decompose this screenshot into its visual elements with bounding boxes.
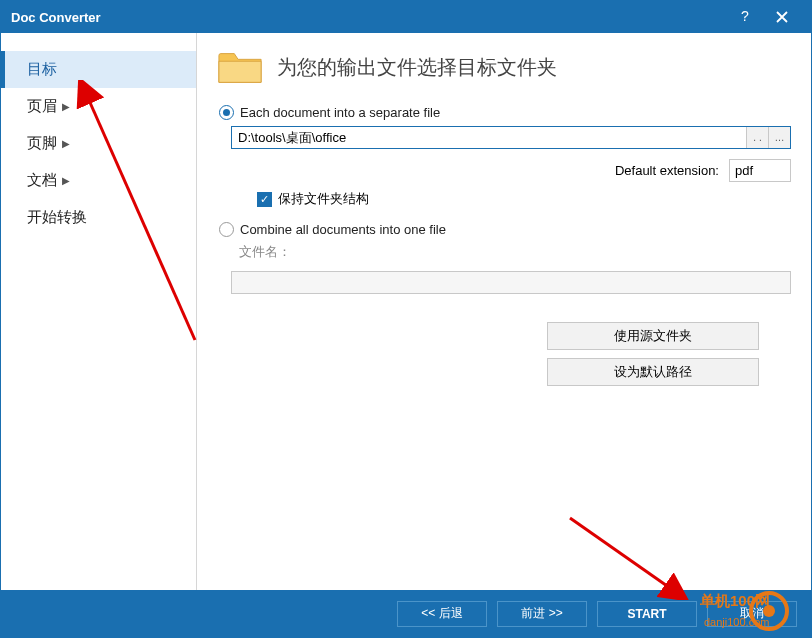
radio-each-document[interactable]: Each document into a separate file <box>219 105 791 120</box>
checkbox-label: 保持文件夹结构 <box>278 190 369 208</box>
radio-combine-documents[interactable]: Combine all documents into one file <box>219 222 791 237</box>
radio-label: Each document into a separate file <box>240 105 440 120</box>
close-button[interactable] <box>763 1 801 33</box>
radio-checked-icon <box>219 105 234 120</box>
page-heading: 为您的输出文件选择目标文件夹 <box>277 54 557 81</box>
path-browse-button[interactable]: … <box>768 127 790 148</box>
folder-icon <box>217 47 263 87</box>
default-extension-input[interactable] <box>729 159 791 182</box>
set-default-path-button[interactable]: 设为默认路径 <box>547 358 759 386</box>
sidebar-item-footer[interactable]: 页脚 ▶ <box>1 125 196 162</box>
keep-folder-structure-checkbox[interactable]: ✓ 保持文件夹结构 <box>257 190 791 208</box>
radio-unchecked-icon <box>219 222 234 237</box>
forward-button[interactable]: 前进 >> <box>497 601 587 627</box>
checkbox-checked-icon: ✓ <box>257 192 272 207</box>
sidebar-item-start-convert[interactable]: 开始转换 <box>1 199 196 236</box>
sidebar-item-label: 开始转换 <box>27 208 87 227</box>
chevron-right-icon: ▶ <box>62 175 70 186</box>
cancel-button[interactable]: 取消 <box>707 601 797 627</box>
combine-filename-input <box>231 271 791 294</box>
sidebar-item-header[interactable]: 页眉 ▶ <box>1 88 196 125</box>
sidebar-item-label: 目标 <box>27 60 57 79</box>
start-button[interactable]: START <box>597 601 697 627</box>
sidebar-item-label: 文档 <box>27 171 57 190</box>
footer-bar: << 后退 前进 >> START 取消 <box>1 590 811 637</box>
svg-text:?: ? <box>741 9 749 24</box>
chevron-right-icon: ▶ <box>62 101 70 112</box>
titlebar: Doc Converter ? <box>1 1 811 33</box>
path-parent-button[interactable]: . . <box>746 127 768 148</box>
sidebar-item-destination[interactable]: 目标 <box>1 51 196 88</box>
sidebar-item-label: 页脚 <box>27 134 57 153</box>
chevron-right-icon: ▶ <box>62 138 70 149</box>
default-extension-label: Default extension: <box>615 163 719 178</box>
sidebar: 目标 页眉 ▶ 页脚 ▶ 文档 ▶ 开始转换 <box>1 33 197 590</box>
help-button[interactable]: ? <box>725 1 763 33</box>
main-panel: 为您的输出文件选择目标文件夹 Each document into a sepa… <box>197 33 811 590</box>
output-path-row: . . … <box>231 126 791 149</box>
combine-filename-label: 文件名： <box>239 243 791 261</box>
sidebar-item-document[interactable]: 文档 ▶ <box>1 162 196 199</box>
back-button[interactable]: << 后退 <box>397 601 487 627</box>
output-path-input[interactable] <box>232 127 746 148</box>
sidebar-item-label: 页眉 <box>27 97 57 116</box>
radio-label: Combine all documents into one file <box>240 222 446 237</box>
window-title: Doc Converter <box>11 10 725 25</box>
use-source-folder-button[interactable]: 使用源文件夹 <box>547 322 759 350</box>
